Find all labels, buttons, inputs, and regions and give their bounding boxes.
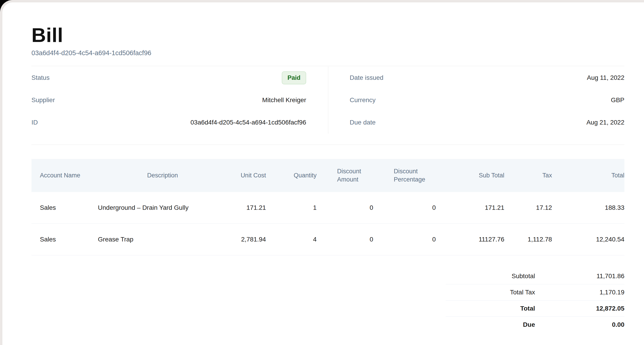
status-badge: Paid — [282, 71, 306, 84]
cell-account-name: Sales — [32, 224, 97, 255]
meta-row-date-issued: Date issued Aug 11, 2022 — [350, 66, 624, 89]
total-value: 12,872.05 — [535, 305, 624, 312]
cell-description: Underground – Drain Yard Gully — [97, 192, 228, 224]
cell-unit-cost: 2,781.94 — [228, 224, 273, 255]
col-header-discount-percentage: Discount Percentage — [380, 159, 442, 192]
col-header-discount-amount: Discount Amount — [324, 159, 380, 192]
date-issued-value: Aug 11, 2022 — [587, 74, 624, 82]
meta-row-due-date: Due date Aug 21, 2022 — [350, 111, 624, 134]
bill-page: Bill 03a6d4f4-d205-4c54-a694-1cd506facf9… — [0, 0, 644, 345]
cell-tax: 1,112.78 — [511, 224, 559, 255]
cell-account-name: Sales — [32, 192, 97, 224]
supplier-label: Supplier — [32, 96, 55, 104]
id-value: 03a6d4f4-d205-4c54-a694-1cd506facf96 — [190, 119, 306, 126]
due-label: Due — [446, 321, 535, 328]
cell-total: 12,240.54 — [559, 224, 624, 255]
cell-total: 188.33 — [559, 192, 624, 224]
cell-quantity: 1 — [273, 192, 324, 224]
total-label: Total — [446, 305, 535, 312]
bill-card: Bill 03a6d4f4-d205-4c54-a694-1cd506facf9… — [2, 2, 644, 345]
divider-top — [32, 66, 624, 66]
col-header-account-name: Account Name — [32, 159, 97, 192]
cell-sub-total: 171.21 — [443, 192, 511, 224]
cell-quantity: 4 — [273, 224, 324, 255]
bill-id-subtitle: 03a6d4f4-d205-4c54-a694-1cd506facf96 — [32, 49, 624, 57]
col-header-description: Description — [97, 159, 228, 192]
date-issued-label: Date issued — [350, 74, 384, 82]
col-header-tax: Tax — [511, 159, 559, 192]
status-label: Status — [32, 74, 50, 82]
table-header-row: Account Name Description Unit Cost Quant… — [32, 159, 624, 192]
summary-row-total: Total 12,872.05 — [446, 300, 624, 316]
currency-value: GBP — [611, 96, 624, 104]
col-header-unit-cost: Unit Cost — [228, 159, 273, 192]
table-row: Sales Grease Trap 2,781.94 4 0 0 11127.7… — [32, 224, 624, 255]
meta-row-currency: Currency GBP — [350, 89, 624, 111]
cell-discount-percentage: 0 — [380, 224, 442, 255]
meta-row-supplier: Supplier Mitchell Kreiger — [32, 89, 306, 111]
supplier-value: Mitchell Kreiger — [262, 96, 306, 104]
subtotal-label: Subtotal — [446, 272, 535, 280]
due-value: 0.00 — [535, 321, 624, 328]
cell-tax: 17.12 — [511, 192, 559, 224]
cell-discount-percentage: 0 — [380, 192, 442, 224]
cell-sub-total: 11127.76 — [443, 224, 511, 255]
bill-meta-section: Status Paid Supplier Mitchell Kreiger ID… — [32, 66, 624, 134]
col-header-quantity: Quantity — [273, 159, 324, 192]
due-date-label: Due date — [350, 119, 376, 126]
summary-row-subtotal: Subtotal 11,701.86 — [446, 268, 624, 284]
meta-left-column: Status Paid Supplier Mitchell Kreiger ID… — [32, 66, 328, 134]
meta-row-id: ID 03a6d4f4-d205-4c54-a694-1cd506facf96 — [32, 111, 306, 134]
meta-right-column: Date issued Aug 11, 2022 Currency GBP Du… — [328, 66, 624, 134]
cell-discount-amount: 0 — [324, 192, 380, 224]
summary-row-due: Due 0.00 — [446, 316, 624, 333]
currency-label: Currency — [350, 96, 376, 104]
due-date-value: Aug 21, 2022 — [586, 119, 624, 126]
id-label: ID — [32, 119, 38, 126]
totals-summary: Subtotal 11,701.86 Total Tax 1,170.19 To… — [446, 268, 624, 333]
divider-meta-bottom — [32, 144, 624, 145]
total-tax-label: Total Tax — [446, 289, 535, 296]
summary-row-total-tax: Total Tax 1,170.19 — [446, 284, 624, 300]
meta-row-status: Status Paid — [32, 66, 306, 89]
cell-unit-cost: 171.21 — [228, 192, 273, 224]
total-tax-value: 1,170.19 — [535, 289, 624, 296]
page-title: Bill — [32, 25, 624, 45]
col-header-total: Total — [559, 159, 624, 192]
table-row: Sales Underground – Drain Yard Gully 171… — [32, 192, 624, 224]
cell-discount-amount: 0 — [324, 224, 380, 255]
subtotal-value: 11,701.86 — [535, 272, 624, 280]
col-header-sub-total: Sub Total — [443, 159, 511, 192]
cell-description: Grease Trap — [97, 224, 228, 255]
line-items-table: Account Name Description Unit Cost Quant… — [32, 159, 624, 256]
